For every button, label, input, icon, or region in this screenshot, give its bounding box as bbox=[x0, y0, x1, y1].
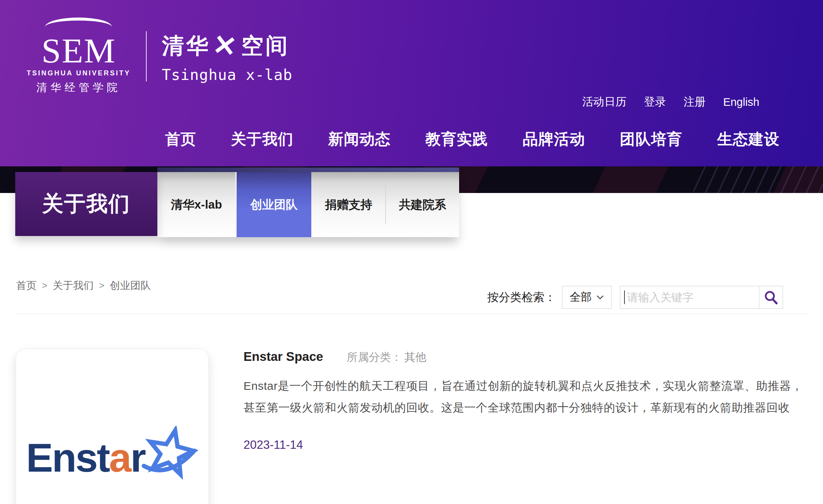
sem-logo: SEM TSINGHUA UNIVERSITY 清华经管学院 bbox=[27, 18, 131, 95]
startup-date: 2023-11-14 bbox=[243, 438, 803, 452]
xlab-en-label: Tsinghua x-lab bbox=[162, 66, 293, 83]
breadcrumb-separator: > bbox=[99, 280, 104, 291]
breadcrumb: 首页 > 关于我们 > 创业团队 bbox=[16, 279, 151, 292]
enstar-star-icon bbox=[141, 426, 198, 483]
link-english[interactable]: English bbox=[723, 96, 759, 108]
tab-bar-top-strip bbox=[157, 167, 459, 172]
startup-description: Enstar是一个开创性的航天工程项目，旨在通过创新的旋转机翼和点火反推技术，实… bbox=[243, 375, 803, 418]
startup-category: 所属分类：其他 bbox=[347, 350, 426, 365]
startup-logo-card[interactable]: Enstar bbox=[16, 349, 209, 504]
nav-news[interactable]: 新闻动态 bbox=[328, 129, 391, 150]
search-icon bbox=[763, 289, 779, 305]
chevron-down-icon bbox=[596, 295, 604, 300]
link-calendar[interactable]: 活动日历 bbox=[582, 94, 626, 110]
site-header: SEM TSINGHUA UNIVERSITY 清华经管学院 清华 ✕ 空间 T… bbox=[0, 0, 823, 166]
nav-about[interactable]: 关于我们 bbox=[231, 129, 293, 150]
breadcrumb-startup-teams[interactable]: 创业团队 bbox=[110, 279, 151, 292]
breadcrumb-separator: > bbox=[42, 280, 47, 291]
content-divider bbox=[15, 314, 807, 314]
x-mark-icon: ✕ bbox=[211, 33, 240, 59]
sem-acronym: SEM bbox=[27, 34, 131, 67]
tab-donation-support[interactable]: 捐赠支持 bbox=[311, 172, 386, 237]
search-row: 按分类检索： 全部 bbox=[487, 286, 783, 309]
nav-brand-events[interactable]: 品牌活动 bbox=[523, 129, 585, 150]
tab-partner-schools[interactable]: 共建院系 bbox=[386, 172, 459, 237]
keyword-search-group bbox=[620, 286, 783, 309]
startup-item-info: Enstar Space 所属分类：其他 Enstar是一个开创性的航天工程项目… bbox=[243, 349, 803, 452]
search-button[interactable] bbox=[759, 286, 783, 308]
band-diagonal-lines bbox=[693, 166, 823, 193]
category-label: 所属分类： bbox=[347, 351, 402, 363]
xlab-cn-right: 空间 bbox=[241, 31, 290, 61]
tab-tsinghua-xlab[interactable]: 清华x-lab bbox=[157, 172, 235, 237]
category-select[interactable]: 全部 bbox=[562, 286, 612, 309]
sem-school-label: 清华经管学院 bbox=[27, 80, 131, 95]
text-cursor bbox=[624, 290, 625, 304]
category-value: 其他 bbox=[404, 351, 426, 363]
xlab-cn-left: 清华 bbox=[162, 31, 211, 61]
section-title-box: 关于我们 bbox=[15, 172, 157, 236]
nav-ecosystem[interactable]: 生态建设 bbox=[717, 129, 780, 150]
main-nav: 首页 关于我们 新闻动态 教育实践 品牌活动 团队培育 生态建设 bbox=[165, 129, 780, 150]
link-login[interactable]: 登录 bbox=[644, 94, 666, 110]
section-title: 关于我们 bbox=[42, 190, 131, 219]
site-logo[interactable]: SEM TSINGHUA UNIVERSITY 清华经管学院 清华 ✕ 空间 T… bbox=[27, 18, 293, 95]
section-tab-bar: 清华x-lab 创业团队 捐赠支持 共建院系 bbox=[157, 167, 459, 237]
keyword-search-input[interactable] bbox=[626, 291, 759, 304]
filter-label: 按分类检索： bbox=[487, 290, 556, 305]
category-selected-value: 全部 bbox=[570, 290, 592, 305]
breadcrumb-about[interactable]: 关于我们 bbox=[53, 279, 94, 292]
utility-links: 活动日历 登录 注册 English bbox=[582, 94, 759, 110]
nav-education[interactable]: 教育实践 bbox=[425, 129, 488, 150]
breadcrumb-home[interactable]: 首页 bbox=[16, 279, 37, 292]
logo-divider bbox=[146, 31, 147, 81]
page: SEM TSINGHUA UNIVERSITY 清华经管学院 清华 ✕ 空间 T… bbox=[0, 0, 823, 504]
sem-university-label: TSINGHUA UNIVERSITY bbox=[27, 69, 131, 77]
xlab-logo: 清华 ✕ 空间 Tsinghua x-lab bbox=[162, 29, 293, 83]
startup-title[interactable]: Enstar Space bbox=[243, 349, 323, 364]
enstar-logo: Enstar bbox=[26, 426, 199, 483]
nav-home[interactable]: 首页 bbox=[165, 129, 196, 150]
sem-arc-icon bbox=[45, 18, 112, 37]
nav-team-incubation[interactable]: 团队培育 bbox=[620, 129, 682, 150]
tab-startup-teams[interactable]: 创业团队 bbox=[235, 172, 311, 237]
link-register[interactable]: 注册 bbox=[684, 94, 706, 110]
